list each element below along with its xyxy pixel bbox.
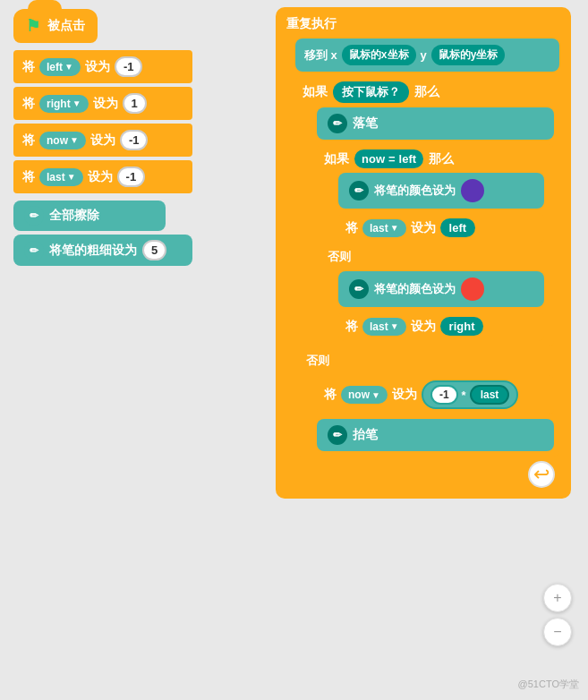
set-last-left-block[interactable]: 将 last ▼ 设为 left (338, 213, 544, 243)
pen-up-label: 抬笔 (353, 427, 378, 443)
set-value-2[interactable]: 1 (123, 93, 147, 114)
set-value-4[interactable]: -1 (117, 166, 146, 187)
return-arrow-icon: ↩ (528, 461, 555, 488)
left-panel: ⚑ 被点击 将 left ▼ 设为 -1 将 right ▼ 设为 1 将 no… (13, 9, 192, 266)
now-dropdown[interactable]: now ▼ (39, 132, 86, 149)
set-label-3: 设为 (90, 132, 115, 149)
pen-color-purple-icon: ✏ (349, 181, 369, 201)
multiply-sign: * (462, 388, 466, 402)
last-dropdown-3[interactable]: last ▼ (362, 318, 406, 336)
mouse-x-pill[interactable]: 鼠标的x坐标 (342, 45, 416, 65)
move-label: 移到 x (304, 47, 337, 64)
set-left-block[interactable]: 将 left ▼ 设为 -1 (13, 50, 192, 83)
pen-down-icon: ✏ (328, 114, 347, 133)
set-right-block[interactable]: 将 right ▼ 设为 1 (13, 87, 192, 120)
set-label-4: 设为 (88, 169, 113, 185)
set-pen-size-label: 将笔的粗细设为 (49, 243, 137, 259)
set-last-block[interactable]: 将 last ▼ 设为 -1 (13, 160, 192, 193)
set-pen-color-purple-label: 将笔的颜色设为 (374, 183, 456, 199)
if-mouse-block: 如果 按下鼠标？ 那么 ✏ 落笔 (295, 76, 559, 457)
flag-icon: ⚑ (26, 16, 40, 36)
pen-up-block[interactable]: ✏ 抬笔 (317, 419, 554, 451)
pen-down-label: 落笔 (353, 115, 378, 132)
set-prefix-1: 将 (22, 59, 35, 75)
if-now-header: 如果 now = left 那么 (324, 149, 547, 168)
set-pen-color-red-label: 将笔的颜色设为 (374, 281, 456, 297)
now-var: now (362, 152, 385, 166)
y-label: y (421, 48, 427, 62)
else-label-2: 否则 (303, 351, 552, 371)
pen-color-red-icon: ✏ (349, 279, 369, 299)
neg-one-value[interactable]: -1 (430, 385, 458, 405)
set-label-2: 设为 (93, 96, 118, 112)
equals-sign: = (388, 152, 396, 166)
set-now-block[interactable]: 将 now ▼ 设为 -1 (13, 124, 192, 157)
red-circle (461, 277, 484, 301)
hat-label: 被点击 (47, 18, 85, 34)
hat-block[interactable]: ⚑ 被点击 (13, 9, 98, 43)
if-mouse-header: 如果 按下鼠标？ 那么 (303, 81, 552, 103)
set-label-1: 设为 (85, 59, 110, 75)
watermark: @51CTO学堂 (518, 678, 579, 691)
else-label-1: 否则 (324, 247, 547, 267)
set-pen-color-purple-block[interactable]: ✏ 将笔的颜色设为 (338, 173, 544, 209)
pen-icon-clear: ✏ (24, 206, 44, 226)
set-prefix-3: 将 (22, 132, 35, 149)
pen-down-block[interactable]: ✏ 落笔 (317, 107, 554, 140)
repeat-block: 重复执行 移到 x 鼠标的x坐标 y 鼠标的y坐标 如果 (276, 7, 571, 499)
set-value-3[interactable]: -1 (120, 130, 149, 150)
set-last-right-block[interactable]: 将 last ▼ 设为 right (338, 312, 544, 341)
mouse-pressed-pill[interactable]: 按下鼠标？ (333, 81, 409, 103)
set-value-1[interactable]: -1 (115, 56, 143, 77)
left-var: left (399, 152, 417, 166)
set-pen-color-red-block[interactable]: ✏ 将笔的颜色设为 (338, 271, 544, 307)
left-value-pill[interactable]: left (440, 218, 476, 237)
right-value-pill[interactable]: right (440, 317, 484, 336)
repeat-label: 重复执行 (283, 14, 564, 34)
last-dropdown-2[interactable]: last ▼ (362, 219, 406, 237)
now-dropdown-2[interactable]: now ▼ (341, 386, 388, 404)
clear-all-block[interactable]: ✏ 全部擦除 (13, 201, 166, 231)
if-now-block: 如果 now = left 那么 ✏ (317, 144, 554, 346)
left-dropdown[interactable]: left ▼ (39, 58, 81, 76)
right-dropdown[interactable]: right ▼ (39, 95, 89, 113)
pen-size-value[interactable]: 5 (142, 240, 166, 260)
zoom-in-button[interactable]: + (543, 584, 572, 612)
clear-all-label: 全部擦除 (49, 208, 99, 224)
set-prefix-4: 将 (22, 169, 35, 185)
set-prefix-2: 将 (22, 96, 35, 112)
last-dropdown[interactable]: last ▼ (39, 168, 83, 186)
set-now-multiply-block[interactable]: 将 now ▼ 设为 -1 * l (317, 375, 554, 414)
move-to-block[interactable]: 移到 x 鼠标的x坐标 y 鼠标的y坐标 (295, 38, 559, 72)
right-panel: 重复执行 移到 x 鼠标的x坐标 y 鼠标的y坐标 如果 (276, 7, 580, 499)
pen-up-icon: ✏ (328, 425, 347, 445)
last-value-pill[interactable]: last (470, 385, 510, 405)
zoom-out-button[interactable]: − (543, 618, 572, 646)
set-pen-size-block[interactable]: ✏ 将笔的粗细设为 5 (13, 235, 192, 266)
purple-circle (461, 179, 484, 202)
zoom-controls: + − (543, 584, 572, 646)
pen-icon-size: ✏ (24, 241, 44, 260)
mouse-y-pill[interactable]: 鼠标的y坐标 (431, 45, 506, 65)
